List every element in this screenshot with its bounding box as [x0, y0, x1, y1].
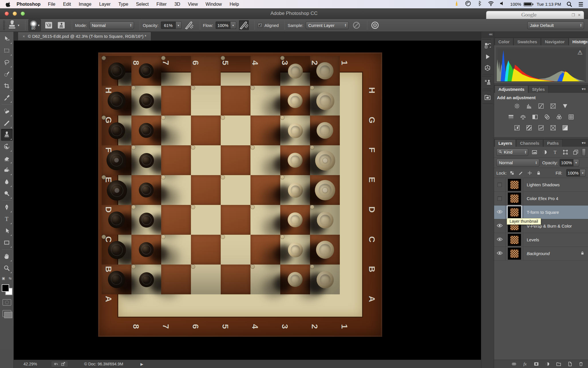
pressure-size-button[interactable] — [370, 20, 380, 30]
panel-group-grip[interactable] — [482, 76, 491, 77]
history-panel-icon[interactable] — [482, 40, 493, 51]
aligned-checkbox[interactable]: ✓ — [258, 23, 263, 28]
adjustment-gradient-map-icon[interactable] — [549, 124, 557, 132]
menu-type[interactable]: Type — [118, 2, 128, 7]
menu-image[interactable]: Image — [79, 2, 91, 7]
google-close-icon[interactable]: ✕ — [578, 13, 581, 17]
flow-value[interactable]: 100% — [216, 21, 230, 29]
opacity-caret[interactable]: ▾ — [176, 21, 181, 29]
clone-source-panel-icon[interactable] — [482, 77, 493, 88]
panel-menu-icon[interactable]: ▾≡ — [582, 39, 586, 44]
wifi-icon[interactable] — [488, 1, 494, 6]
apple-logo-icon[interactable] — [6, 1, 11, 7]
layer-visibility-eye[interactable] — [494, 205, 506, 219]
layer-row-levels[interactable]: Levels — [494, 233, 588, 247]
foreground-color-swatch[interactable] — [2, 284, 9, 292]
filter-smart-object-icon[interactable] — [572, 149, 579, 156]
tool-move[interactable] — [1, 33, 13, 45]
pressure-opacity-button[interactable] — [184, 20, 194, 30]
adjustment-channel-mixer-icon[interactable] — [555, 113, 563, 121]
adjustment-selective-color-icon[interactable] — [561, 124, 569, 132]
menu-select[interactable]: Select — [136, 2, 149, 7]
tool-preset-caret[interactable]: ▾ — [18, 24, 19, 27]
layer-row-t-form-to-square[interactable]: T-form to Square — [494, 205, 588, 219]
new-layer-button[interactable] — [567, 361, 573, 367]
tool-eyedropper[interactable] — [1, 92, 13, 103]
adjustment-levels-icon[interactable] — [525, 102, 533, 110]
tool-crop[interactable] — [1, 80, 13, 92]
layer-visibility-empty[interactable] — [494, 178, 506, 191]
notification-center-icon[interactable] — [578, 2, 584, 7]
clone-stamp-tool-preset[interactable] — [7, 20, 17, 30]
layers-opacity-field[interactable]: 100% ▾ — [560, 159, 579, 167]
menu-view[interactable]: View — [188, 2, 198, 7]
adjustment-posterize-icon[interactable] — [525, 124, 533, 132]
tool-spot-healing[interactable] — [1, 105, 13, 117]
status-widgets[interactable] — [51, 361, 68, 367]
delete-layer-button[interactable] — [578, 361, 584, 367]
layer-filter-kind-select[interactable]: Kind ▴▾ — [496, 148, 528, 156]
tool-blur[interactable] — [1, 176, 13, 188]
layer-row-background[interactable]: Background — [494, 247, 588, 261]
layer-thumbnail[interactable] — [506, 192, 523, 205]
tool-history-brush[interactable] — [1, 141, 13, 152]
tool-marquee[interactable] — [1, 45, 13, 56]
layer-name[interactable]: Color Efex Pro 4 — [523, 196, 588, 201]
google-minimize-icon[interactable]: ❐ — [571, 13, 575, 17]
filter-pixel-layer-icon[interactable] — [531, 149, 538, 156]
adjustment-exposure-icon[interactable] — [549, 102, 557, 110]
filter-adjustment-layer-icon[interactable] — [541, 149, 548, 156]
brush-preset-caret[interactable]: ▾ — [38, 24, 40, 27]
link-layers-button[interactable] — [511, 361, 517, 367]
menu-window[interactable]: Window — [206, 2, 222, 7]
workspace-switcher[interactable]: Jake Default ▴▾ — [527, 21, 584, 29]
spotlight-icon[interactable] — [566, 2, 573, 7]
tool-zoom[interactable] — [1, 262, 13, 274]
screen-mode-button[interactable] — [3, 310, 11, 317]
default-colors-icon[interactable]: ▣ — [2, 276, 5, 280]
volume-icon[interactable] — [499, 1, 506, 6]
layer-thumbnail[interactable] — [506, 247, 523, 260]
ignore-adjustment-layers-button[interactable] — [352, 20, 361, 30]
tab-styles[interactable]: Styles — [528, 85, 548, 93]
lock-position-icon[interactable] — [527, 170, 533, 176]
actions-panel-icon[interactable] — [482, 52, 493, 62]
layer-name[interactable]: T-form to Square — [523, 210, 588, 215]
menu-clock[interactable]: Tue 1:13 PM — [537, 2, 561, 7]
libraries-panel-icon[interactable] — [482, 92, 493, 102]
layer-name[interactable]: Background — [523, 251, 580, 256]
menu-3d[interactable]: 3D — [174, 2, 180, 7]
histogram-warning-icon[interactable]: ⚠ — [577, 49, 583, 56]
layer-visibility-empty[interactable] — [494, 192, 506, 205]
adjustment-color-lookup-icon[interactable] — [567, 113, 575, 121]
tab-color[interactable]: Color — [495, 38, 513, 45]
flow-field[interactable]: 100% ▾ — [216, 21, 236, 29]
google-search-widget[interactable]: Google ❐ ✕ — [486, 11, 584, 19]
panel-menu-icon[interactable]: ▾≡ — [582, 141, 586, 145]
layer-row-color-efex-pro-4[interactable]: Color Efex Pro 4 — [494, 192, 588, 205]
menu-filter[interactable]: Filter — [157, 2, 167, 7]
tab-paths[interactable]: Paths — [543, 139, 563, 147]
layer-thumbnail[interactable] — [506, 205, 523, 219]
lock-pixels-icon[interactable] — [518, 170, 524, 176]
adjustment-curves-icon[interactable] — [537, 102, 545, 110]
expand-panels-icon[interactable]: «« — [481, 32, 494, 38]
tool-gradient[interactable] — [1, 164, 13, 176]
tool-quick-selection[interactable] — [1, 68, 13, 80]
new-adjustment-button[interactable] — [544, 361, 550, 367]
layer-mask-button[interactable] — [533, 361, 539, 367]
opacity-field[interactable]: 61% ▾ — [161, 21, 181, 29]
tab-adjustments[interactable]: Adjustments — [495, 85, 528, 93]
filter-type-layer-icon[interactable]: T — [551, 149, 559, 156]
creative-cloud-icon[interactable] — [465, 1, 471, 6]
adjustment-threshold-icon[interactable] — [537, 124, 545, 132]
panel-group-grip[interactable] — [482, 39, 491, 40]
3d-panel-icon[interactable] — [482, 63, 493, 73]
toggle-clone-source-panel-button[interactable] — [56, 20, 66, 30]
tab-channels[interactable]: Channels — [516, 139, 543, 147]
chessboard-photo[interactable]: 8877665544332211HHGGFFEEDDCCBBAA — [14, 41, 481, 360]
lock-all-icon[interactable] — [536, 170, 542, 176]
tool-path-selection[interactable] — [1, 225, 13, 237]
swap-colors-icon[interactable]: ⇆ — [9, 276, 11, 280]
layer-name[interactable]: Lighten Shadows — [523, 182, 588, 187]
